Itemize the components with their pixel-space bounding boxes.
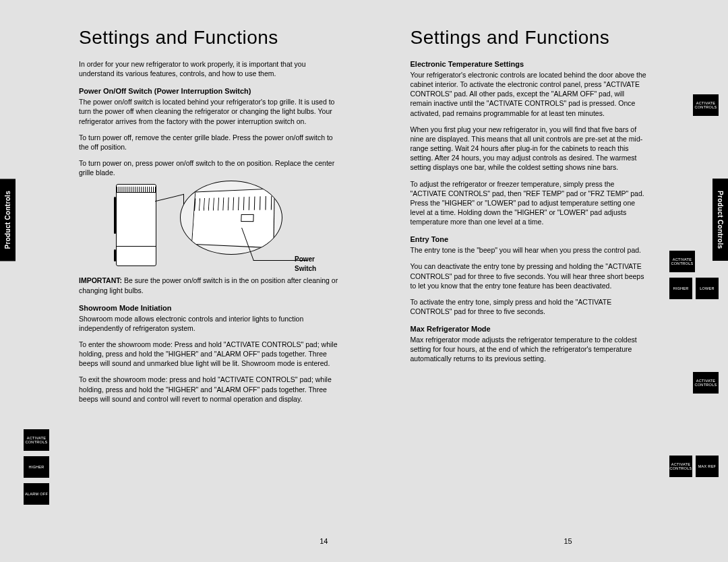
pad-column-left: ACTIVATE CONTROLS HIGHER ALARM OFF xyxy=(24,429,49,505)
text: You can deactivate the entry tone by pre… xyxy=(411,261,648,290)
side-tab-left: Product Controls xyxy=(0,179,16,261)
pad-activate-controls: ACTIVATE CONTROLS xyxy=(24,429,49,451)
section-showroom-title: Showroom Mode Initiation xyxy=(79,303,338,313)
pad-group-3: ACTIVATE CONTROLS xyxy=(693,372,719,394)
fridge-icon xyxy=(116,184,156,266)
pad-activate-controls: ACTIVATE CONTROLS xyxy=(693,372,719,394)
intro-text: In order for your new refrigerator to wo… xyxy=(79,59,338,78)
text: When you first plug your new refrigerato… xyxy=(411,125,648,173)
page-left: Product Controls Settings and Functions … xyxy=(0,27,369,545)
section-temp-title: Electronic Temperature Settings xyxy=(411,59,648,69)
text: The power on/off switch is located behin… xyxy=(79,97,338,126)
page-right: Product Controls Settings and Functions … xyxy=(369,27,729,545)
section-max-ref-title: Max Refrigerator Mode xyxy=(411,324,648,334)
power-switch-label: Power Switch xyxy=(295,255,318,273)
pad-group-4: ACTIVATE CONTROLS MAX REF xyxy=(669,456,719,477)
page-title: Settings and Functions xyxy=(79,27,338,49)
pad-lower: LOWER xyxy=(696,278,719,299)
pad-activate-controls: ACTIVATE CONTROLS xyxy=(669,456,692,477)
pad-activate-controls: ACTIVATE CONTROLS xyxy=(669,251,695,272)
side-tab-right: Product Controls xyxy=(712,179,728,261)
pad-higher: HIGHER xyxy=(24,456,49,478)
page-number: 15 xyxy=(564,537,572,545)
body-right: Electronic Temperature Settings Your ref… xyxy=(411,59,648,364)
pad-activate-controls: ACTIVATE CONTROLS xyxy=(693,94,719,116)
important-note: IMPORTANT: Be sure the power on/off swit… xyxy=(79,276,338,294)
text: To activate the entry tone, simply press… xyxy=(411,297,648,316)
text: To turn power on, press power on/off swi… xyxy=(79,158,338,177)
pad-higher: HIGHER xyxy=(669,278,692,299)
text: To adjust the refrigerator or freezer te… xyxy=(411,179,648,227)
text: To exit the showroom mode: press and hol… xyxy=(79,375,338,404)
important-label: IMPORTANT: xyxy=(79,276,122,284)
text: Showroom mode allows electronic controls… xyxy=(79,314,338,333)
text: To enter the showroom mode: Press and ho… xyxy=(79,340,338,369)
pad-alarm-off: ALARM OFF xyxy=(24,483,49,505)
pad-max-ref: MAX REF xyxy=(696,456,719,477)
page-number: 14 xyxy=(320,537,328,545)
page-spread: Product Controls Settings and Functions … xyxy=(0,0,728,562)
power-switch-illustration: Power Switch xyxy=(116,184,318,272)
text: Your refrigerator's electronic controls … xyxy=(411,70,648,118)
text: Max refrigerator mode adjusts the refrig… xyxy=(411,335,648,364)
text: The entry tone is the "beep" you will he… xyxy=(411,245,648,255)
pad-group-2: ACTIVATE CONTROLS HIGHER LOWER xyxy=(669,251,719,299)
section-entry-tone-title: Entry Tone xyxy=(411,235,648,245)
body-left: In order for your new refrigerator to wo… xyxy=(79,59,338,404)
page-title: Settings and Functions xyxy=(411,27,698,49)
section-power-title: Power On/Off Switch (Power Interruption … xyxy=(79,86,338,96)
pad-group-1: ACTIVATE CONTROLS xyxy=(693,94,719,116)
text: To turn power off, remove the center gri… xyxy=(79,133,338,152)
